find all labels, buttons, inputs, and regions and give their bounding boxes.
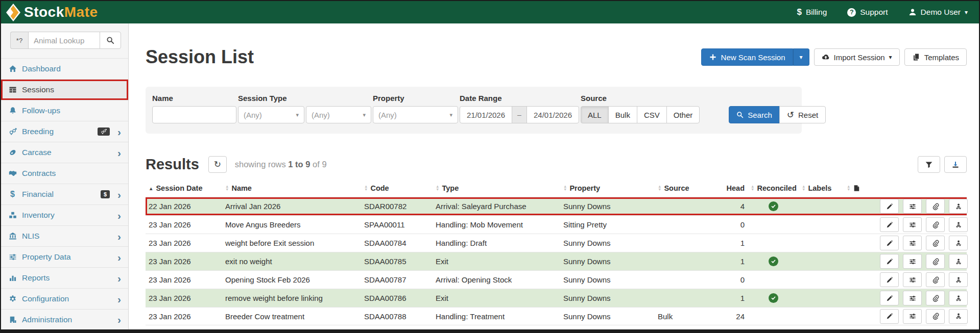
adjust-button[interactable] bbox=[903, 236, 922, 250]
sidebar-item-follow-ups[interactable]: Follow-ups bbox=[1, 100, 128, 121]
table-row-sdaa00784[interactable]: 23 Jan 2026weight before Exit sessionSDA… bbox=[146, 234, 967, 252]
attachments-button[interactable] bbox=[926, 272, 945, 287]
animal-lookup-search-button[interactable] bbox=[100, 32, 121, 49]
edit-button[interactable] bbox=[880, 217, 899, 232]
pencil-icon bbox=[886, 203, 893, 210]
new-scan-session-button[interactable]: New Scan Session bbox=[701, 48, 793, 66]
import-session-button[interactable]: Import Session ▾ bbox=[814, 48, 900, 66]
session-type-select-1[interactable]: (Any)▾ bbox=[238, 106, 304, 123]
edit-button[interactable] bbox=[880, 254, 899, 269]
sidebar-item-inventory[interactable]: Inventory› bbox=[1, 204, 128, 225]
source-option-bulk[interactable]: Bulk bbox=[608, 106, 637, 123]
column-header-name[interactable]: ▲▼Name bbox=[222, 184, 361, 192]
building-icon bbox=[8, 316, 17, 324]
source-option-other[interactable]: Other bbox=[666, 106, 700, 123]
attachments-button[interactable] bbox=[926, 291, 945, 305]
sidebar-item-dashboard[interactable]: Dashboard bbox=[1, 58, 128, 79]
session-type-select-2[interactable]: (Any)▾ bbox=[306, 106, 371, 123]
stockmate-logo[interactable]: StockMate bbox=[6, 4, 98, 21]
animals-button[interactable] bbox=[949, 199, 968, 214]
table-row-sdaa00788[interactable]: 23 Jan 2026Breeder Cow treatmentSDAA0078… bbox=[146, 307, 967, 325]
adjust-button[interactable] bbox=[903, 291, 922, 305]
adjust-button[interactable] bbox=[903, 254, 922, 269]
cell-head: 0 bbox=[726, 220, 748, 229]
animals-button[interactable] bbox=[949, 272, 968, 287]
animal-lookup-input[interactable] bbox=[28, 32, 100, 49]
refresh-button[interactable]: ↻ bbox=[208, 156, 227, 173]
source-option-csv[interactable]: CSV bbox=[637, 106, 667, 123]
sidebar-item-label: NLIS bbox=[22, 232, 113, 241]
adjust-button[interactable] bbox=[903, 199, 922, 214]
adjust-button[interactable] bbox=[903, 272, 922, 287]
edit-button[interactable] bbox=[880, 291, 899, 305]
reconciled-check-icon bbox=[769, 201, 778, 211]
column-header-code[interactable]: ▲▼Code bbox=[361, 184, 433, 192]
animals-button[interactable] bbox=[949, 236, 968, 250]
table-body: 22 Jan 2026Arrival Jan 2026SDAR00782Arri… bbox=[146, 197, 967, 325]
sidebar-item-configuration[interactable]: Configuration› bbox=[1, 288, 128, 309]
source-option-all[interactable]: ALL bbox=[581, 106, 609, 123]
table-row-sdar00782[interactable]: 22 Jan 2026Arrival Jan 2026SDAR00782Arri… bbox=[146, 197, 967, 215]
attachments-button[interactable] bbox=[926, 254, 945, 269]
sidebar-item-administration[interactable]: Administration› bbox=[1, 309, 128, 330]
templates-button[interactable]: Templates bbox=[904, 48, 967, 66]
download-button[interactable] bbox=[944, 156, 967, 173]
column-label: Code bbox=[370, 184, 389, 192]
edit-button[interactable] bbox=[880, 272, 899, 287]
table-row-sdaa00786[interactable]: 23 Jan 2026remove weight before linkingS… bbox=[146, 289, 967, 307]
sidebar-item-reports[interactable]: Reports› bbox=[1, 267, 128, 288]
sidebar-item-financial[interactable]: $Financial$› bbox=[1, 184, 128, 204]
sidebar-item-sessions[interactable]: Sessions bbox=[1, 79, 128, 100]
sidebar-badge-financial: $ bbox=[101, 190, 110, 198]
sidebar-item-nlis[interactable]: NLIS› bbox=[1, 225, 128, 246]
animals-button[interactable] bbox=[949, 217, 968, 232]
sidebar-nav: DashboardSessionsFollow-upsBreeding›Carc… bbox=[1, 58, 128, 330]
column-header-type[interactable]: ▲▼Type bbox=[433, 184, 560, 192]
sidebar-item-contracts[interactable]: Contracts bbox=[1, 163, 128, 184]
boxes-icon bbox=[8, 211, 17, 219]
new-scan-session-caret-button[interactable]: ▾ bbox=[793, 48, 809, 66]
column-header-reconciled[interactable]: ▲▼Reconciled bbox=[748, 184, 799, 192]
attachments-button[interactable] bbox=[926, 236, 945, 250]
table-row-sdaa00785[interactable]: 23 Jan 2026exit no weightSDAA00785ExitSu… bbox=[146, 252, 967, 270]
name-filter-input[interactable] bbox=[152, 106, 236, 123]
nav-billing[interactable]: $Billing bbox=[797, 7, 827, 17]
column-header-head[interactable]: ▲▼Head bbox=[726, 184, 748, 192]
animals-button[interactable] bbox=[949, 309, 968, 324]
column-header-labels[interactable]: ▲▼Labels bbox=[799, 184, 844, 192]
sidebar-item-breeding[interactable]: Breeding› bbox=[1, 121, 128, 142]
sidebar-item-property-data[interactable]: Property Data› bbox=[1, 246, 128, 267]
animals-button[interactable] bbox=[949, 254, 968, 269]
animals-button[interactable] bbox=[949, 291, 968, 305]
cell-actions bbox=[876, 254, 968, 269]
table-row-spaa00011[interactable]: 23 Jan 2026Move Angus BreedersSPAA00011H… bbox=[146, 215, 967, 234]
search-button[interactable]: Search bbox=[729, 106, 780, 123]
reset-button[interactable]: ↺ Reset bbox=[779, 106, 826, 123]
attachments-button[interactable] bbox=[926, 309, 945, 324]
column-header-property[interactable]: ▲▼Property bbox=[560, 184, 655, 192]
adjust-button[interactable] bbox=[903, 309, 922, 324]
date-to-input[interactable] bbox=[527, 106, 579, 123]
attachments-button[interactable] bbox=[926, 217, 945, 232]
cell-actions bbox=[876, 236, 968, 250]
hand-icon bbox=[8, 169, 17, 177]
filter-columns-button[interactable] bbox=[918, 156, 940, 173]
edit-button[interactable] bbox=[880, 309, 899, 324]
column-header-source[interactable]: ▲▼Source bbox=[655, 184, 726, 192]
adjust-button[interactable] bbox=[903, 217, 922, 232]
property-select[interactable]: (Any)▾ bbox=[373, 106, 458, 123]
nav-support[interactable]: ?Support bbox=[847, 8, 888, 17]
date-from-input[interactable] bbox=[460, 106, 512, 123]
new-scan-session-label: New Scan Session bbox=[721, 53, 785, 62]
edit-button[interactable] bbox=[880, 199, 899, 214]
home-icon bbox=[8, 65, 17, 73]
sidebar-item-label: Financial bbox=[22, 190, 96, 199]
nav-demo-user[interactable]: Demo User▾ bbox=[909, 8, 968, 17]
table-row-sdaa00787[interactable]: 23 Jan 2026Opening Stock Feb 2026SDAA007… bbox=[146, 270, 967, 289]
column-header-notes[interactable]: ▲▼ bbox=[844, 185, 876, 192]
sidebar-item-carcase[interactable]: Carcase› bbox=[1, 142, 128, 163]
cell-name: weight before Exit session bbox=[222, 239, 361, 247]
column-header-session-date[interactable]: ▲Session Date bbox=[146, 184, 222, 192]
attachments-button[interactable] bbox=[926, 199, 945, 214]
edit-button[interactable] bbox=[880, 236, 899, 250]
